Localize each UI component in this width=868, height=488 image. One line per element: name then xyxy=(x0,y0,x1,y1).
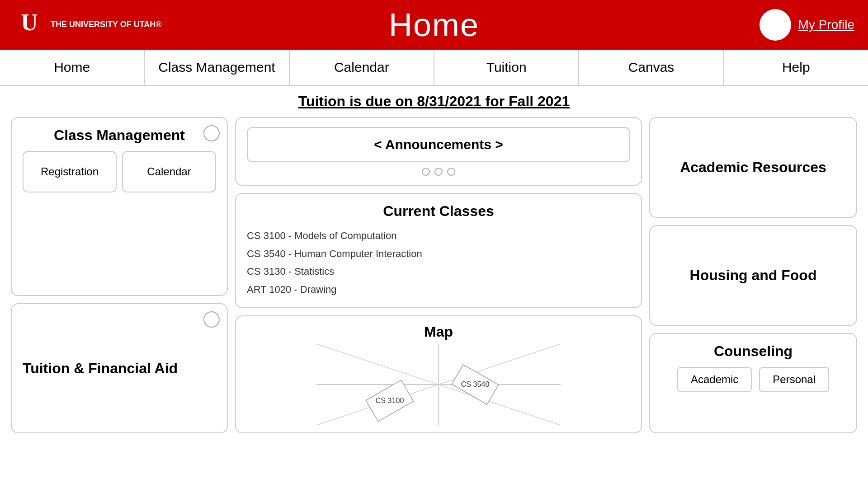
class-list: CS 3100 - Models of Computation CS 3540 … xyxy=(247,227,630,298)
nav-canvas[interactable]: Canvas xyxy=(579,50,724,85)
academic-resources-title: Academic Resources xyxy=(680,159,826,176)
academic-resources-card[interactable]: Academic Resources xyxy=(649,117,857,218)
academic-counseling-button[interactable]: Academic xyxy=(677,367,752,392)
nav-help[interactable]: Help xyxy=(724,50,868,85)
navbar: Home Class Management Calendar Tuition C… xyxy=(0,50,868,86)
university-logo: U xyxy=(14,7,45,43)
nav-calendar[interactable]: Calendar xyxy=(290,50,434,85)
announcements-card: < Announcements > xyxy=(235,117,642,186)
header: U THE UNIVERSITY OF UTAH® Home My Profil… xyxy=(0,0,868,50)
svg-text:U: U xyxy=(21,9,38,35)
tuition-card-circle xyxy=(203,311,220,328)
list-item: CS 3130 - Statistics xyxy=(247,263,630,281)
list-item: CS 3540 - Human Computer Interaction xyxy=(247,245,630,263)
dot-2 xyxy=(434,168,443,176)
page-title: Home xyxy=(389,6,479,43)
tuition-financial-aid-title: Tuition & Financial Aid xyxy=(23,360,178,377)
counseling-buttons: Academic Personal xyxy=(661,367,845,392)
class-mgmt-grid: Registration Calendar xyxy=(23,151,216,192)
housing-food-title: Housing and Food xyxy=(690,267,817,284)
calendar-card[interactable]: Calendar xyxy=(122,151,216,192)
logo-area: U THE UNIVERSITY OF UTAH® xyxy=(14,7,162,43)
registration-card[interactable]: Registration xyxy=(23,151,117,192)
main-content: Tuition is due on 8/31/2021 for Fall 202… xyxy=(0,86,868,488)
dot-1 xyxy=(422,168,430,176)
nav-tuition[interactable]: Tuition xyxy=(434,50,579,85)
counseling-card: Counseling Academic Personal xyxy=(649,333,857,434)
current-classes-title: Current Classes xyxy=(247,203,630,220)
dot-3 xyxy=(447,168,455,176)
middle-column: < Announcements > Current Classes CS 310… xyxy=(235,117,642,433)
nav-home[interactable]: Home xyxy=(0,50,145,85)
current-classes-card: Current Classes CS 3100 - Models of Comp… xyxy=(235,193,642,308)
housing-food-card[interactable]: Housing and Food xyxy=(649,225,857,326)
tuition-financial-aid-card[interactable]: Tuition & Financial Aid xyxy=(11,303,228,433)
personal-counseling-button[interactable]: Personal xyxy=(759,367,829,392)
map-card: Map CS 3100 xyxy=(235,315,642,433)
announcements-dots xyxy=(247,168,630,176)
class-management-title: Class Management xyxy=(23,127,216,144)
class-management-card: Class Management Registration Calendar xyxy=(11,117,228,296)
list-item: CS 3100 - Models of Computation xyxy=(247,227,630,245)
svg-text:CS 3100: CS 3100 xyxy=(376,397,404,405)
announcements-inner[interactable]: < Announcements > xyxy=(247,127,630,162)
map-title: Map xyxy=(247,324,630,340)
profile-area: My Profile xyxy=(760,9,854,41)
avatar xyxy=(760,9,791,41)
svg-text:CS 3540: CS 3540 xyxy=(461,380,490,389)
map-svg: CS 3100 CS 3540 xyxy=(247,344,630,425)
right-column: Academic Resources Housing and Food Coun… xyxy=(649,117,857,433)
class-mgmt-circle xyxy=(203,125,220,141)
my-profile-link[interactable]: My Profile xyxy=(798,18,854,32)
map-area: CS 3100 CS 3540 xyxy=(247,344,630,425)
tuition-notice[interactable]: Tuition is due on 8/31/2021 for Fall 202… xyxy=(11,93,857,110)
nav-class-management[interactable]: Class Management xyxy=(145,50,289,85)
list-item: ART 1020 - Drawing xyxy=(247,281,630,299)
university-name: THE UNIVERSITY OF UTAH® xyxy=(51,19,162,30)
counseling-title: Counseling xyxy=(661,343,845,360)
